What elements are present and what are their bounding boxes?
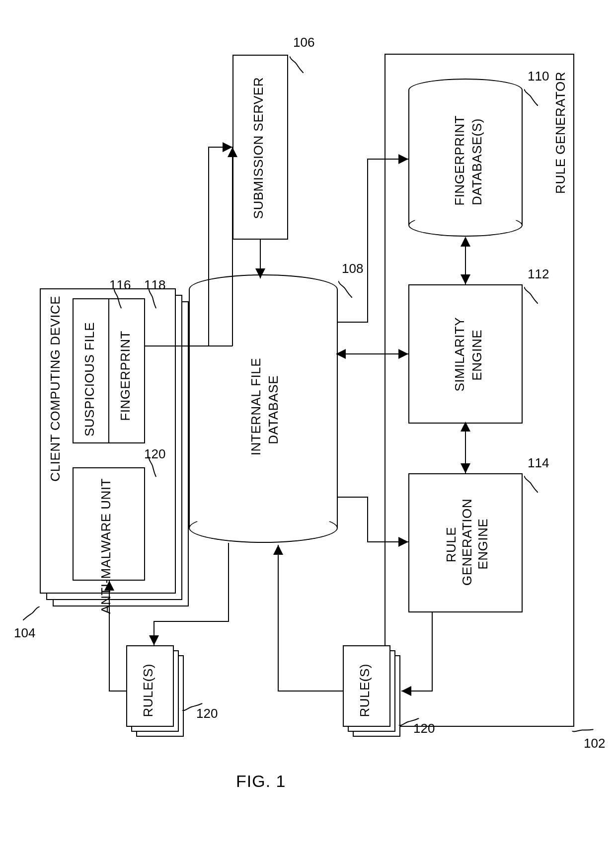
similarity-engine-label-1: SIMILARITY	[452, 317, 467, 391]
suspicious-file-label: SUSPICIOUS FILE	[82, 322, 97, 436]
rule-generator-title: RULE GENERATOR	[553, 72, 568, 194]
submission-server-label: SUBMISSION SERVER	[251, 77, 266, 219]
ref-106: 106	[293, 35, 314, 50]
figure-label: FIG. 1	[236, 772, 286, 791]
fingerprint-db-label-1: FINGERPRINT	[452, 115, 467, 206]
leader-icon	[338, 281, 352, 298]
ref-102: 102	[584, 736, 605, 751]
ref-104: 104	[14, 625, 35, 641]
fingerprint-db-label-2: DATABASE(S)	[469, 118, 485, 205]
ref-118: 118	[144, 277, 165, 293]
ref-120-left: 120	[196, 706, 218, 721]
rule-gen-engine-label-1: RULE	[444, 527, 459, 562]
leader-icon	[524, 89, 538, 106]
similarity-engine-label-2: ENGINE	[469, 330, 485, 381]
leader-icon	[524, 287, 538, 304]
leader-icon	[290, 56, 304, 73]
ref-114: 114	[528, 455, 549, 471]
ref-108: 108	[342, 261, 363, 276]
rule-gen-engine-label-3: ENGINE	[475, 519, 491, 570]
rules-right-label: RULE(S)	[357, 664, 373, 717]
client-device-title: CLIENT COMPUTING DEVICE	[48, 296, 63, 482]
ref-120-right: 120	[413, 721, 435, 736]
leader-icon	[23, 606, 40, 620]
anti-malware-label: ANTI-MALWARE UNIT	[98, 478, 114, 614]
leader-icon	[524, 476, 538, 493]
ref-116: 116	[109, 277, 131, 293]
fingerprint-label: FINGERPRINT	[118, 331, 133, 421]
rule-gen-engine-label-2: GENERATION	[460, 499, 475, 586]
ref-120-am: 120	[144, 446, 165, 462]
rules-left-label: RULE(S)	[141, 664, 156, 717]
internal-db-label-2: DATABASE	[266, 375, 281, 444]
internal-db-label-1: INTERNAL FILE	[248, 358, 264, 455]
ref-112: 112	[528, 266, 549, 282]
ref-110: 110	[528, 69, 549, 84]
